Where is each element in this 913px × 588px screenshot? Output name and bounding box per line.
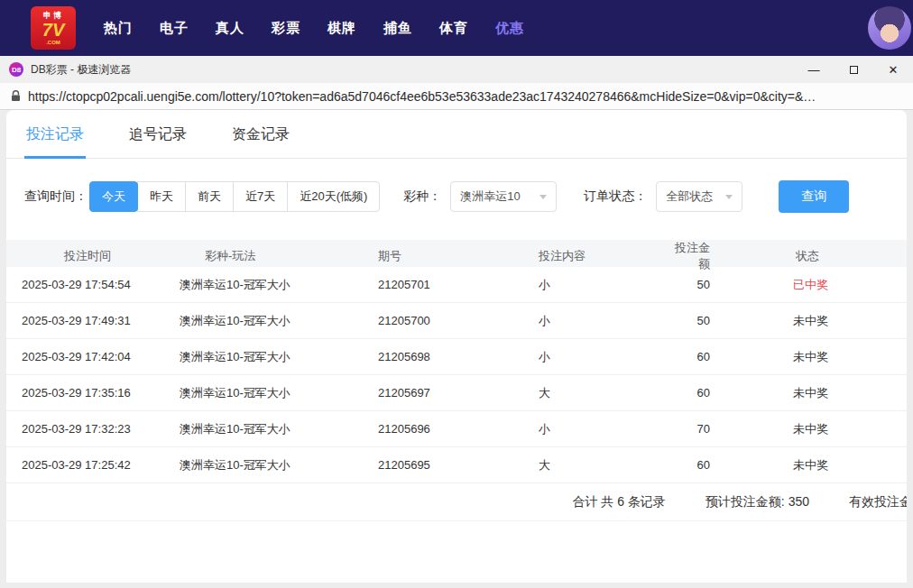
logo-text-main: 7V	[42, 21, 64, 39]
url-text: https://ctopcp02pcali.uengi5e.com/lotter…	[28, 89, 816, 104]
nav-item[interactable]: 棋牌	[314, 20, 370, 37]
nav-item[interactable]: 热门	[90, 20, 146, 37]
nav-menu: 热门电子真人彩票棋牌捕鱼体育优惠	[90, 20, 538, 37]
cell-status: 未中奖	[782, 421, 907, 437]
cell-bet-amount: 60	[665, 458, 782, 472]
cell-bet-time: 2025-03-29 17:42:04	[6, 350, 169, 363]
time-range-group: 今天昨天前天近7天近20天(低频)	[89, 181, 380, 212]
cell-bet-amount: 50	[665, 278, 782, 291]
table-header-cell: 期号	[376, 248, 525, 264]
chevron-down-icon	[725, 195, 733, 199]
table-header-cell: 投注内容	[525, 248, 665, 264]
table-header-cell: 投注金额	[665, 240, 782, 272]
cell-issue-number: 21205695	[376, 458, 525, 472]
page-background: 投注记录追号记录资金记录 查询时间： 今天昨天前天近7天近20天(低频) 彩种：…	[0, 110, 913, 588]
nav-item[interactable]: 彩票	[258, 20, 314, 37]
cell-bet-time: 2025-03-29 17:32:23	[6, 422, 169, 436]
time-filter-button[interactable]: 今天	[89, 181, 138, 212]
cell-bet-time: 2025-03-29 17:25:42	[6, 458, 169, 472]
cell-status: 未中奖	[782, 349, 907, 365]
cell-status: 已中奖	[782, 277, 907, 293]
cell-lottery-play: 澳洲幸运10-冠军大小	[169, 349, 376, 365]
cell-issue-number: 21205697	[376, 386, 525, 400]
window-controls: — ✕	[794, 56, 913, 83]
summary-expected-amount: 预计投注金额: 350	[706, 494, 809, 510]
cell-lottery-play: 澳洲幸运10-冠军大小	[169, 313, 376, 329]
cell-issue-number: 21205701	[376, 278, 525, 291]
time-filter-button[interactable]: 近20天(低频)	[287, 181, 380, 212]
cell-bet-content: 小	[525, 421, 665, 437]
cell-issue-number: 21205696	[376, 422, 525, 436]
filter-bar: 查询时间： 今天昨天前天近7天近20天(低频) 彩种： 澳洲幸运10 订单状态：…	[6, 159, 907, 233]
window-title: DB彩票 - 极速浏览器	[31, 62, 131, 78]
nav-item[interactable]: 体育	[426, 20, 482, 37]
time-filter-button[interactable]: 近7天	[233, 181, 288, 212]
cell-status: 未中奖	[782, 457, 907, 473]
cell-bet-content: 大	[525, 385, 665, 401]
logo-text-bottom: .COM	[46, 40, 60, 45]
browser-titlebar: D8 DB彩票 - 极速浏览器 — ✕	[0, 56, 913, 83]
cell-issue-number: 21205698	[376, 350, 525, 363]
chevron-down-icon	[540, 195, 547, 199]
cell-bet-amount: 60	[665, 350, 782, 363]
cell-bet-content: 大	[525, 457, 665, 473]
order-status-select[interactable]: 全部状态	[656, 181, 742, 212]
table-row: 2025-03-29 17:25:42 澳洲幸运10-冠军大小 21205695…	[6, 447, 907, 483]
cell-lottery-play: 澳洲幸运10-冠军大小	[169, 457, 376, 473]
table-header: 投注时间彩种-玩法期号投注内容投注金额状态	[6, 240, 907, 267]
table-header-cell: 状态	[782, 248, 907, 264]
app: 申博 7V .COM 热门电子真人彩票棋牌捕鱼体育优惠 D8 DB彩票 - 极速…	[0, 0, 913, 588]
maximize-button[interactable]	[834, 56, 873, 83]
cell-lottery-play: 澳洲幸运10-冠军大小	[169, 421, 376, 437]
cell-lottery-play: 澳洲幸运10-冠军大小	[169, 277, 376, 293]
site-logo[interactable]: 申博 7V .COM	[31, 6, 76, 50]
summary-total-records: 合计 共 6 条记录	[572, 494, 665, 510]
tab-bar: 投注记录追号记录资金记录	[6, 110, 907, 159]
cell-bet-time: 2025-03-29 17:54:54	[6, 278, 169, 291]
table-row: 2025-03-29 17:49:31 澳洲幸运10-冠军大小 21205700…	[6, 303, 907, 339]
table-row: 2025-03-29 17:54:54 澳洲幸运10-冠军大小 21205701…	[6, 267, 907, 303]
table-header-cell: 投注时间	[6, 248, 169, 264]
table-row: 2025-03-29 17:42:04 澳洲幸运10-冠军大小 21205698…	[6, 339, 907, 375]
tab[interactable]: 资金记录	[230, 110, 291, 158]
cell-bet-amount: 60	[665, 386, 782, 400]
cell-lottery-play: 澳洲幸运10-冠军大小	[169, 385, 376, 401]
order-status-label: 订单状态：	[584, 188, 647, 205]
table-body: 2025-03-29 17:54:54 澳洲幸运10-冠军大小 21205701…	[6, 267, 907, 483]
summary-valid-amount: 有效投注金	[849, 494, 907, 510]
table-row: 2025-03-29 17:32:23 澳洲幸运10-冠军大小 21205696…	[6, 411, 907, 447]
site-header: 申博 7V .COM 热门电子真人彩票棋牌捕鱼体育优惠	[0, 0, 913, 56]
table-header-cell: 彩种-玩法	[169, 248, 376, 264]
minimize-button[interactable]: —	[794, 56, 834, 83]
tab[interactable]: 追号记录	[127, 110, 189, 158]
content-panel: 投注记录追号记录资金记录 查询时间： 今天昨天前天近7天近20天(低频) 彩种：…	[6, 110, 907, 583]
time-filter-button[interactable]: 前天	[185, 181, 234, 212]
cell-bet-time: 2025-03-29 17:35:16	[6, 386, 169, 400]
nav-item[interactable]: 真人	[202, 20, 258, 37]
lottery-select-value: 澳洲幸运10	[460, 188, 520, 205]
cell-bet-time: 2025-03-29 17:49:31	[6, 314, 169, 327]
cell-status: 未中奖	[782, 385, 907, 401]
table-row: 2025-03-29 17:35:16 澳洲幸运10-冠军大小 21205697…	[6, 375, 907, 411]
address-bar[interactable]: https://ctopcp02pcali.uengi5e.com/lotter…	[0, 83, 913, 110]
site-favicon-icon: D8	[9, 62, 23, 77]
time-filter-button[interactable]: 昨天	[137, 181, 186, 212]
maximize-icon	[850, 66, 858, 74]
cell-status: 未中奖	[782, 313, 907, 329]
nav-item[interactable]: 捕鱼	[370, 20, 426, 37]
lottery-select[interactable]: 澳洲幸运10	[450, 181, 557, 212]
tab[interactable]: 投注记录	[24, 110, 86, 158]
user-avatar[interactable]	[868, 6, 911, 50]
cell-bet-amount: 50	[665, 314, 782, 327]
cell-bet-content: 小	[525, 349, 665, 365]
cell-bet-content: 小	[525, 313, 665, 329]
order-status-value: 全部状态	[666, 188, 713, 205]
nav-item[interactable]: 电子	[146, 20, 202, 37]
cell-bet-content: 小	[525, 277, 665, 293]
close-button[interactable]: ✕	[873, 56, 913, 83]
nav-item[interactable]: 优惠	[482, 20, 538, 37]
time-filter-label: 查询时间：	[24, 188, 88, 205]
summary-bar: 合计 共 6 条记录 预计投注金额: 350 有效投注金	[6, 483, 907, 521]
lock-icon	[11, 90, 21, 102]
query-button[interactable]: 查询	[779, 180, 849, 213]
